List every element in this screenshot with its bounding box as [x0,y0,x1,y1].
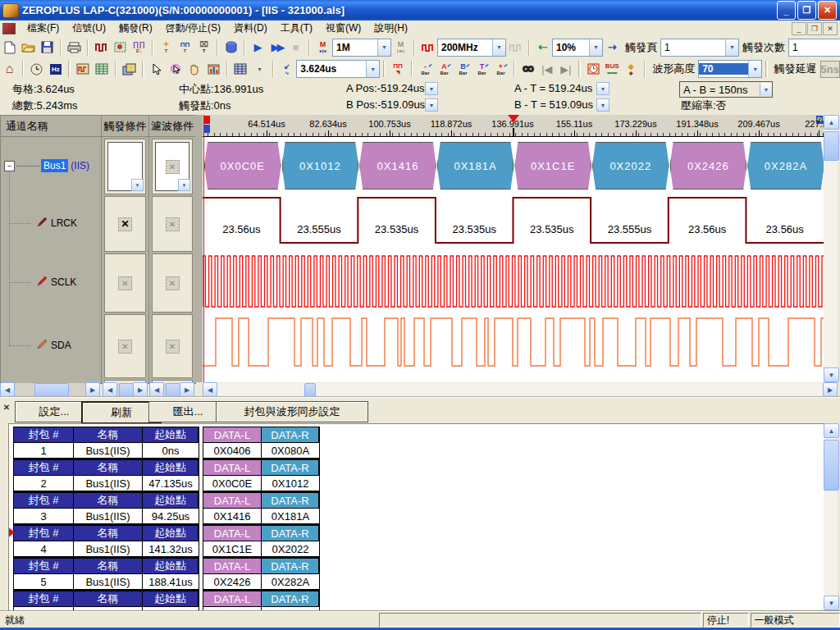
module-icon[interactable] [221,39,240,56]
document-icon[interactable] [2,23,16,34]
bus-analysis-icon[interactable]: BUS▬▬ [603,61,622,78]
scroll-right-icon[interactable]: ▶ [85,382,100,397]
bus-filter-cell[interactable]: ✕ ▼ [152,139,193,194]
list-window-icon[interactable] [93,61,112,78]
packet-list[interactable]: 封包 #名稱起始點1Bus1(IIS)0nsDATA-LDATA-R0X0406… [8,423,825,612]
chevron-down-icon[interactable]: ▼ [760,83,772,96]
prev-find-icon[interactable]: |◀ [537,61,556,78]
multi-select-icon[interactable] [167,61,185,78]
packet-vertical-scrollbar[interactable]: ▲ ▼ [824,423,838,610]
zoom-combo[interactable]: 3.624us ▼ [296,60,380,78]
a-pos-drop-icon[interactable]: ▼ [425,82,438,95]
tree-item-lrck[interactable]: LRCK [37,216,77,231]
home-icon[interactable]: ⌂ [0,61,19,78]
trigger-delay-icon[interactable]: ⌧T [194,39,213,56]
chevron-down-icon[interactable]: ▼ [377,39,390,56]
trigger-page-combo[interactable]: 1 ▼ [660,39,739,57]
scroll-left-icon[interactable]: ◀ [149,382,164,397]
trigger-marker-icon[interactable] [508,115,519,122]
stop-icon[interactable]: ■ [286,39,305,56]
trigger-delay-field[interactable]: 5ns [820,61,840,78]
scroll-left-icon[interactable]: ◀ [203,382,217,397]
sclk-filter-cell[interactable]: ✕ [152,253,193,313]
scroll-down-icon[interactable]: ▼ [824,368,839,382]
run-icon[interactable]: ▶ [249,39,267,56]
navigator-window-icon[interactable] [120,61,139,78]
remove-bar-icon[interactable]: -✔Bar [416,61,435,78]
menu-item-1[interactable]: 檔案(F) [21,21,66,36]
close-button[interactable]: ✕ [818,1,837,20]
wave-vertical-scrollbar[interactable]: ▲ ▼ [824,115,838,382]
chevron-down-icon[interactable]: ▼ [366,61,379,77]
tree-item-sclk[interactable]: SCLK [37,275,76,290]
sclk-trigger-cell[interactable]: ✕ [104,253,146,313]
b-pos-drop-icon[interactable]: ▼ [425,98,438,112]
goto-trigger-icon[interactable]: ⇢ [603,39,622,56]
bus-edit-icon[interactable]: ∏∏E↓ [130,39,148,56]
bus-waveform-row[interactable]: 0X0C0E0X10120X14160X181A0X1C1E0X20220X24… [203,136,824,194]
chevron-down-icon[interactable]: ▼ [492,39,505,56]
pattern-view-icon[interactable] [231,61,250,78]
time-display-icon[interactable] [27,61,46,78]
sampling-freq-combo[interactable]: 200MHz ▼ [437,39,506,57]
display-ratio-combo[interactable]: 10% ▼ [552,39,603,57]
packet-row[interactable]: 封包 #名稱起始點1Bus1(IIS)0nsDATA-LDATA-R0X0406… [13,427,320,459]
tree-item-sda[interactable]: SDA [37,338,71,353]
stat-chart-icon[interactable] [204,61,223,78]
lrck-filter-cell[interactable]: ✕ [152,196,193,252]
chevron-down-icon[interactable]: ▼ [725,39,738,56]
a-b-readout-box[interactable]: A - B = 150ns ▼ [679,81,773,98]
pattern-drop-icon[interactable]: ▼ [250,61,269,78]
pointer-icon[interactable] [148,61,167,78]
a-bar-icon[interactable]: A✔Bar [435,61,454,78]
waveform-panel[interactable]: D 64.514us82.634us100.753us118.872us136.… [203,115,824,382]
sampling-freq-icon[interactable] [418,39,437,56]
scroll-left-icon[interactable]: ◀ [0,382,15,397]
lrck-waveform-row[interactable]: 23.56us23.555us23.535us23.535us23.535us2… [203,194,824,251]
print-icon[interactable] [65,39,84,56]
scroll-up-icon[interactable]: ▲ [824,115,839,130]
sda-waveform-row[interactable] [203,312,824,377]
scroll-right-icon[interactable]: ▶ [180,382,194,397]
menu-item-6[interactable]: 工具(T) [274,21,319,36]
names-hscrollbar[interactable]: ◀ ▶ [0,383,100,396]
menu-item-5[interactable]: 資料(D) [227,21,274,36]
menu-item-4[interactable]: 啓動/停止(S) [159,21,227,36]
chevron-down-icon[interactable]: ▼ [178,179,190,191]
scroll-up-icon[interactable]: ▲ [824,423,839,438]
chevron-down-icon[interactable]: ▼ [748,61,761,77]
menu-item-7[interactable]: 視窗(W) [319,21,368,36]
panel-splitter[interactable] [195,115,203,382]
trigger-flag-icon[interactable]: ✦T [157,39,176,56]
menu-item-2[interactable]: 信號(U) [66,21,112,36]
new-file-icon[interactable] [0,39,19,56]
depth-restore-icon[interactable]: M|◂▸| [391,39,410,56]
add-bar-icon[interactable]: +✔Bar [491,61,510,78]
collapse-icon[interactable]: − [4,161,15,171]
freq-display-icon[interactable]: Hz [46,61,65,78]
noise-filter-icon[interactable] [584,61,603,78]
wave-height-combo[interactable]: 70 ▼ [698,60,762,78]
trigger-wave-icon[interactable]: ΠΠT [176,39,194,56]
mdi-minimize-button[interactable]: _ [792,22,806,35]
packet-row[interactable]: 封包 #名稱起始點5Bus1(IIS)188.41usDATA-LDATA-R0… [13,558,320,591]
bus-trigger-cell[interactable]: ▼ [104,139,146,194]
hand-icon[interactable] [185,61,204,78]
sclk-waveform-row[interactable] [203,251,824,312]
sda-filter-cell[interactable]: ✕ [152,314,193,378]
restore-button[interactable]: ❐ [797,1,816,20]
sampling-depth-combo[interactable]: 1M ▼ [332,39,391,57]
scroll-right-icon[interactable]: ▶ [133,382,148,397]
sampling-setup-icon[interactable] [92,39,111,56]
a-t-drop-icon[interactable]: ▼ [596,82,609,95]
packet-row[interactable]: 封包 #名稱起始點4Bus1(IIS)141.32usDATA-LDATA-R0… [13,525,320,558]
b-bar-icon[interactable]: B✔Bar [454,61,472,78]
packet-row[interactable]: 封包 #名稱起始點3Bus1(IIS)94.25usDATA-LDATA-R0X… [13,492,320,525]
signal-color-icon[interactable] [111,39,130,56]
save-icon[interactable] [38,39,57,56]
filter-hscrollbar[interactable]: ◀ ▶ [149,383,194,396]
a-bar-flag-icon[interactable] [203,125,210,133]
chevron-down-icon[interactable]: ▼ [589,39,602,56]
bus-name-label[interactable]: Bus1 [41,159,68,172]
menu-item-8[interactable]: 說明(H) [368,21,414,36]
